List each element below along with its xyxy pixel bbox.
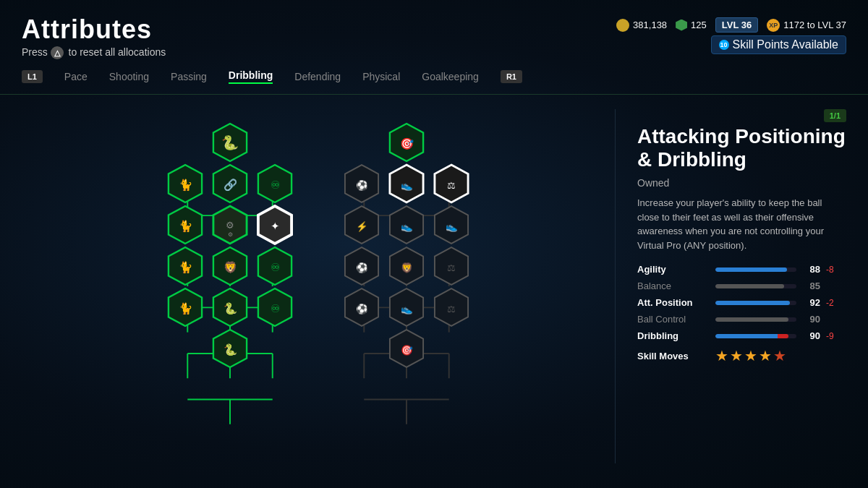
- tree-cell[interactable]: ♾: [253, 246, 297, 286]
- tree-cell-r[interactable]: [340, 328, 383, 368]
- skill-points-dot: 10: [719, 40, 729, 50]
- tree-cell-r[interactable]: ⚡: [340, 205, 383, 244]
- tree-cell[interactable]: 🔗: [208, 163, 252, 203]
- tree-cell-r[interactable]: 👟: [385, 287, 428, 327]
- tree-cell-r[interactable]: ⚽: [340, 246, 383, 286]
- stat-bar-fill-ball-control: [715, 317, 788, 322]
- tree-cell[interactable]: 🐍: [208, 122, 252, 162]
- stat-name-balance: Balance: [637, 281, 710, 291]
- stat-balance: Balance 85: [637, 281, 846, 291]
- svg-text:🐈: 🐈: [179, 218, 193, 232]
- tree-cell-r[interactable]: [340, 122, 383, 162]
- svg-text:⚽: ⚽: [356, 179, 368, 191]
- stat-value-ball-control: 90: [802, 314, 820, 325]
- tree-cell-r[interactable]: 👟: [385, 205, 428, 244]
- tree-cell[interactable]: 🐈: [163, 205, 207, 244]
- card-title: Attacking Positioning & Dribbling: [637, 125, 846, 171]
- tree-cell[interactable]: [253, 122, 297, 162]
- tree-cell-r[interactable]: ⚖: [430, 287, 473, 327]
- tab-physical[interactable]: Physical: [362, 71, 400, 82]
- tree-cell-r[interactable]: ⚖: [430, 246, 473, 286]
- skill-points-label: Skill Points Available: [733, 38, 838, 51]
- tree-cell-r[interactable]: 🦁: [385, 246, 428, 286]
- tree-cell-r[interactable]: 👟: [430, 205, 473, 244]
- tree-cell-r[interactable]: 🎯: [385, 122, 428, 162]
- tree-cell-r[interactable]: ⚽: [340, 163, 383, 203]
- stat-bar-ball-control: [715, 317, 796, 322]
- tab-goalkeeping[interactable]: Goalkeeping: [422, 71, 479, 82]
- tree-cell-selected[interactable]: ✦: [253, 205, 297, 244]
- tree-cell[interactable]: [163, 122, 207, 162]
- star-3: ★: [744, 347, 757, 364]
- stat-diff-dribbling: -9: [826, 331, 846, 341]
- tree-cell[interactable]: 🐈: [163, 246, 207, 286]
- tree-cell-r-active[interactable]: 👟: [385, 163, 428, 203]
- tree-cell[interactable]: 🐈: [163, 163, 207, 203]
- tree-cell-active[interactable]: ⚙ ⚙: [208, 205, 252, 244]
- stat-agility: Agility 88 -8: [637, 264, 846, 275]
- tree-cell[interactable]: 🐍: [208, 287, 252, 327]
- svg-text:♾: ♾: [271, 301, 280, 314]
- tree-cell[interactable]: 🐈: [163, 287, 207, 327]
- stat-name-dribbling: Dribbling: [637, 330, 710, 341]
- coin-icon: [616, 19, 629, 32]
- stats-list: Agility 88 -8 Balance 85: [637, 264, 846, 364]
- stat-value-agility: 88: [802, 264, 820, 275]
- nav-left-btn[interactable]: L1: [22, 70, 43, 83]
- svg-text:🐈: 🐈: [179, 177, 193, 191]
- svg-text:🎯: 🎯: [400, 136, 414, 150]
- reset-button-icon: △: [51, 46, 64, 59]
- tab-dribbling[interactable]: Dribbling: [229, 69, 273, 84]
- svg-text:⚽: ⚽: [356, 302, 368, 314]
- tree-cell[interactable]: [163, 328, 207, 368]
- shield-icon: [676, 20, 687, 31]
- tree-cell[interactable]: [253, 328, 297, 368]
- tree-cell[interactable]: ♾: [253, 287, 297, 327]
- star-1: ★: [715, 347, 728, 364]
- skill-trees: 🐍 🐈 🔗: [22, 109, 615, 463]
- tree-cell-r[interactable]: 🎯: [385, 328, 428, 368]
- svg-text:✦: ✦: [271, 219, 280, 231]
- svg-text:⚙: ⚙: [226, 220, 234, 230]
- hud-shields: 125: [676, 20, 707, 31]
- tab-defending[interactable]: Defending: [294, 71, 341, 82]
- stat-bar-fill-agility: [715, 267, 787, 272]
- tree-cell-r[interactable]: [430, 122, 473, 162]
- tab-shooting[interactable]: Shooting: [109, 71, 149, 82]
- svg-text:⚙: ⚙: [228, 231, 233, 238]
- tree-cell[interactable]: 🦁: [208, 246, 252, 286]
- svg-text:👟: 👟: [401, 220, 413, 232]
- owned-label: Owned: [637, 177, 846, 189]
- stat-name-agility: Agility: [637, 264, 710, 275]
- stat-bar-agility: [715, 267, 796, 272]
- skill-points-bar: 10 Skill Points Available: [711, 35, 846, 54]
- stat-diff-att-position: -2: [826, 298, 846, 308]
- svg-text:🦁: 🦁: [401, 261, 413, 273]
- left-tree: 🐍 🐈 🔗: [163, 122, 297, 450]
- svg-text:👟: 👟: [401, 302, 413, 314]
- tree-cell-r[interactable]: ⚖: [430, 163, 473, 203]
- tree-cell[interactable]: 🐍: [208, 328, 252, 368]
- stat-bar-att-position: [715, 301, 796, 305]
- tree-cell-r[interactable]: ⚽: [340, 287, 383, 327]
- stat-value-balance: 85: [802, 281, 820, 291]
- stat-diff-agility: -8: [826, 265, 846, 275]
- hud-right: 381,138 125 LVL 36 XP 1172 to LVL 37 10 …: [616, 17, 846, 54]
- main-content: 🐍 🐈 🔗: [0, 95, 868, 478]
- hud-coins: 381,138: [616, 19, 667, 32]
- tab-pace[interactable]: Pace: [64, 71, 88, 82]
- star-5: ★: [773, 347, 786, 364]
- subtitle: Press △ to reset all allocations: [22, 46, 166, 59]
- tab-passing[interactable]: Passing: [171, 71, 207, 82]
- svg-text:⚖: ⚖: [447, 179, 456, 190]
- stat-bar-dribbling: [715, 334, 796, 338]
- svg-text:👟: 👟: [446, 220, 458, 232]
- stat-name-ball-control: Ball Control: [637, 314, 710, 325]
- xp-value: 1172 to LVL 37: [783, 20, 846, 30]
- star-4: ★: [759, 347, 772, 364]
- tree-cell-r[interactable]: [430, 328, 473, 368]
- nav-right-btn[interactable]: R1: [501, 70, 522, 83]
- svg-text:🔗: 🔗: [224, 177, 238, 191]
- header: Attributes Press △ to reset all allocati…: [0, 0, 868, 59]
- tree-cell[interactable]: ♾: [253, 163, 297, 203]
